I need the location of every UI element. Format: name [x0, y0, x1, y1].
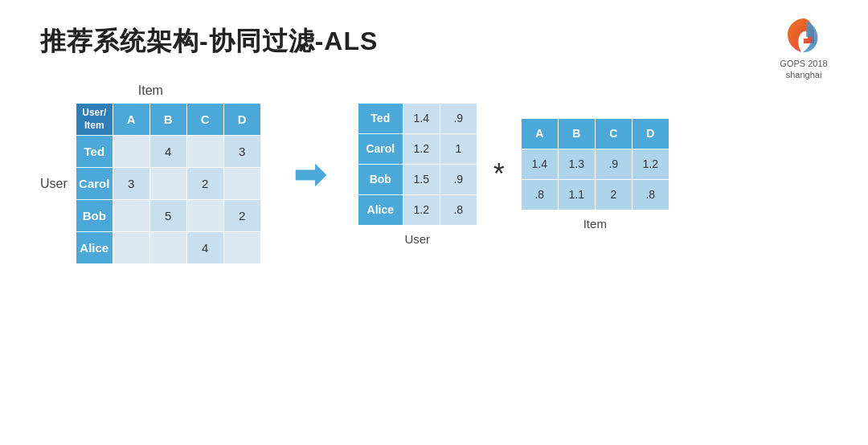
- cell-ted-c: [186, 136, 223, 168]
- table-row: Alice 4: [76, 232, 260, 264]
- if-r1-b: 1.3: [558, 149, 595, 179]
- cell-ted-a: [113, 136, 149, 168]
- cell-alice-d: [223, 232, 260, 264]
- if-header-b: B: [558, 118, 595, 149]
- cell-ted-b: 4: [149, 136, 186, 168]
- table-row: Carol 1.2 1: [358, 133, 477, 164]
- cell-alice-a: [113, 232, 149, 264]
- slide: GOPS 2018 shanghai 推荐系统架构-协同过滤-ALS Item …: [0, 0, 868, 445]
- user-ted: Ted: [76, 136, 113, 168]
- left-matrix-section: Item User User/Item A B C D: [40, 84, 261, 264]
- logo-text: GOPS 2018 shanghai: [772, 58, 836, 81]
- col-header-A: A: [113, 104, 149, 136]
- user-factor-section: Ted 1.4 .9 Carol 1.2 1 Bob 1.5 .9: [358, 103, 477, 246]
- logo-icon: [784, 14, 824, 55]
- uf-bob-1: 1.5: [403, 164, 440, 194]
- left-matrix-table: User/Item A B C D Ted 4: [76, 103, 261, 264]
- if-header-d: D: [632, 118, 669, 149]
- if-r1-c: .9: [595, 149, 632, 179]
- table-row: Carol 3 2: [76, 168, 260, 200]
- uf-user-ted: Ted: [358, 103, 403, 133]
- if-header-c: C: [595, 118, 632, 149]
- if-header-a: A: [521, 118, 558, 149]
- uf-ted-2: .9: [440, 103, 477, 133]
- table-row: .8 1.1 2 .8: [521, 179, 669, 210]
- cell-alice-c: 4: [186, 232, 223, 264]
- arrow-icon: ➡: [293, 152, 326, 197]
- item-factor-table: A B C D 1.4 1.3 .9 1.2 .8: [521, 118, 669, 210]
- cell-ted-d: 3: [223, 136, 260, 168]
- cell-carol-b: [149, 168, 186, 200]
- cell-carol-a: 3: [113, 168, 149, 200]
- if-r2-a: .8: [521, 179, 558, 210]
- table-row: Alice 1.2 .8: [358, 194, 477, 225]
- cell-bob-d: 2: [223, 200, 260, 232]
- if-r2-b: 1.1: [558, 179, 595, 210]
- user-factor-label: User: [404, 232, 430, 246]
- page-title: 推荐系统架构-协同过滤-ALS: [40, 24, 828, 59]
- col-header-C: C: [186, 104, 223, 136]
- table-row: Ted 1.4 .9: [358, 103, 477, 133]
- item-factor-label: Item: [583, 217, 607, 231]
- col-header-B: B: [149, 104, 186, 136]
- uf-carol-2: 1: [440, 133, 477, 164]
- if-r1-d: 1.2: [632, 149, 669, 179]
- table-row: Bob 5 2: [76, 200, 260, 232]
- uf-carol-1: 1.2: [403, 133, 440, 164]
- uf-user-bob: Bob: [358, 164, 403, 194]
- logo: GOPS 2018 shanghai: [772, 14, 836, 81]
- user-alice: Alice: [76, 232, 113, 264]
- cell-bob-a: [113, 200, 149, 232]
- if-r1-a: 1.4: [521, 149, 558, 179]
- multiply-icon: *: [493, 157, 505, 191]
- corner-cell: User/Item: [76, 104, 113, 136]
- user-factor-table: Ted 1.4 .9 Carol 1.2 1 Bob 1.5 .9: [358, 103, 477, 226]
- uf-alice-1: 1.2: [403, 194, 440, 225]
- content-area: Item User User/Item A B C D: [40, 84, 828, 264]
- table-row: A B C D: [521, 118, 669, 149]
- uf-ted-1: 1.4: [403, 103, 440, 133]
- user-bob: Bob: [76, 200, 113, 232]
- table-row: 1.4 1.3 .9 1.2: [521, 149, 669, 179]
- cell-carol-d: [223, 168, 260, 200]
- cell-carol-c: 2: [186, 168, 223, 200]
- uf-alice-2: .8: [440, 194, 477, 225]
- factor-section: Ted 1.4 .9 Carol 1.2 1 Bob 1.5 .9: [358, 103, 669, 246]
- table-row: Bob 1.5 .9: [358, 164, 477, 194]
- col-header-D: D: [223, 104, 260, 136]
- if-r2-d: .8: [632, 179, 669, 210]
- uf-bob-2: .9: [440, 164, 477, 194]
- uf-user-alice: Alice: [358, 194, 403, 225]
- uf-user-carol: Carol: [358, 133, 403, 164]
- left-matrix-user-label: User: [40, 177, 68, 191]
- cell-bob-c: [186, 200, 223, 232]
- cell-bob-b: 5: [149, 200, 186, 232]
- cell-alice-b: [149, 232, 186, 264]
- left-matrix-wrapper: User User/Item A B C D Ted: [40, 103, 261, 264]
- item-factor-section: A B C D 1.4 1.3 .9 1.2 .8: [521, 118, 669, 231]
- if-r2-c: 2: [595, 179, 632, 210]
- left-matrix-item-label: Item: [138, 84, 163, 98]
- table-row: Ted 4 3: [76, 136, 260, 168]
- user-carol: Carol: [76, 168, 113, 200]
